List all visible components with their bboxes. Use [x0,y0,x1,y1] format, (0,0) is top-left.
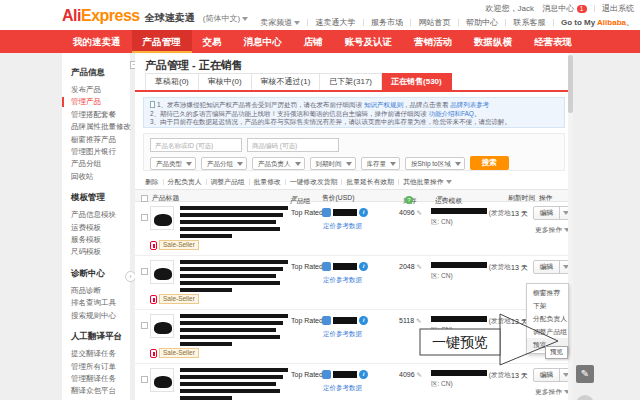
quicklink-help-center[interactable]: 帮助中心 [466,18,498,27]
bulk-edit[interactable]: 批量修改 [254,177,281,187]
info-icon[interactable]: i [359,316,368,325]
row-checkbox[interactable] [141,376,148,383]
sidebar-item-product-info-module[interactable]: 产品信息模块 [71,209,130,221]
sidebar-item-product-groups[interactable]: 产品分组 [71,158,130,170]
product-name-or-id-input[interactable] [150,138,242,152]
pricing-reference-link[interactable]: 定价参考数据 [323,276,362,285]
row-checkbox[interactable] [141,322,148,329]
tab-offline[interactable]: 已下架(317) [320,73,382,90]
bulk-other-actions[interactable]: 其他批量操作 [403,177,452,187]
nav-marketing[interactable]: 营销活动 [403,30,463,53]
product-thumbnail[interactable] [150,314,174,338]
tab-rejected[interactable]: 审核不通过(1) [252,73,321,90]
sidebar-item-manage-products[interactable]: 管理产品 [71,96,130,108]
sidebar-item-search-rules[interactable]: 搜索规则中心 [71,310,130,322]
bulk-delete[interactable]: 删除 [145,177,159,187]
info-icon[interactable]: i [359,370,368,379]
quicklink-service-market[interactable]: 服务市场 [371,18,403,27]
product-title-redacted[interactable] [180,314,290,349]
sidebar-item-crowd-translation[interactable]: 翻译众包平台 [71,385,130,397]
stock-dropdown[interactable]: 库存量 [361,157,401,170]
nav-data-analytics[interactable]: 数据纵横 [463,30,523,53]
sidebar-section-translation: 人工翻译平台 [71,331,130,343]
faq-link[interactable]: 功能介绍和FAQ [428,110,474,117]
nav-business-performance[interactable]: 经营表现 [523,30,583,53]
ship-to-region-dropdown[interactable]: 按Ship to区域 [405,157,465,170]
nav-product-management[interactable]: 产品管理 [132,30,192,53]
sidebar-item-showcase-products[interactable]: 橱窗推荐产品 [71,134,130,146]
logout-link[interactable]: 退出系统 [602,4,634,13]
sidebar-item-shipping-template[interactable]: 运费模板 [71,222,130,234]
quicklink-university[interactable]: 速卖通大学 [316,18,356,27]
aliexpress-logo[interactable]: AliExpress 全球速卖通 (简体中文) [62,7,248,25]
sidebar-item-product-diagnosis[interactable]: 商品诊断 [71,285,130,297]
product-owner-dropdown[interactable]: 产品负责人 [252,157,305,170]
nav-transactions[interactable]: 交易 [192,30,233,53]
pricing-reference-link[interactable]: 定价参考数据 [323,222,362,231]
product-group-dropdown[interactable]: 产品分组 [201,157,247,170]
quicklink-seller-channel[interactable]: 卖家频道 [260,18,300,27]
user-name-link[interactable]: Jack [518,4,534,13]
product-type-dropdown[interactable]: 产品类型 [150,157,196,170]
sidebar-item-manage-bundles[interactable]: 管理搭配套餐 [71,109,130,121]
menu-item-showcase[interactable]: 橱窗推荐 [527,286,568,299]
tab-drafts[interactable]: 草稿箱(0) [145,73,199,90]
nav-store[interactable]: 店铺 [293,30,334,53]
goto-my-alibaba-link[interactable]: Go to My Alibaba。 [561,18,634,27]
product-title-redacted[interactable] [180,260,290,295]
divider [285,179,286,185]
product-thumbnail[interactable] [150,368,174,392]
bulk-edit-shipping-time[interactable]: 一键修改发货期 [290,177,338,187]
select-all-checkbox[interactable] [141,195,148,202]
nav-my-aliexpress[interactable]: 我的速卖通 [62,30,132,53]
info-icon[interactable]: i [359,262,368,271]
sidebar-item-recycle-bin[interactable]: 回收站 [71,171,130,183]
close-button[interactable]: ✕ [576,395,594,400]
message-count-badge[interactable]: 1 [577,5,587,13]
nav-message-center[interactable]: 消息中心 [233,30,293,53]
bulk-adjust-group[interactable]: 调整产品组 [211,177,245,187]
edit-split-button[interactable]: 编辑 [533,206,571,220]
edit-pencil-icon[interactable]: ✎ [417,263,422,270]
bulk-extend-validity[interactable]: 批量延长有效期 [346,177,394,187]
sidebar-item-publish-product[interactable]: 发布产品 [71,84,130,96]
product-thumbnail[interactable] [150,206,174,230]
bulk-assign-owner[interactable]: 分配负责人 [168,177,202,187]
more-actions-link[interactable]: 更多操作 [535,225,570,235]
ip-rules-link[interactable]: 知识产权规则 [364,101,403,108]
search-button[interactable]: 搜索 [470,156,509,170]
expiry-time-dropdown[interactable]: 到期时间 [310,157,356,170]
brand-list-link[interactable]: 品牌列表参考 [450,101,489,108]
sidebar-item-image-bank[interactable]: 管理图片银行 [71,146,130,158]
sidebar-item-brand-attr-bulk-edit[interactable]: 品牌属性批量修改 [71,121,130,133]
edit-pencil-icon[interactable]: ✎ [417,209,422,216]
tab-in-review[interactable]: 审核中(0) [199,73,252,90]
info-icon[interactable]: i [359,208,368,217]
sidebar-item-submit-translation[interactable]: 提交翻译任务 [71,348,130,360]
pricing-reference-link[interactable]: 定价参考数据 [323,330,362,339]
chevron-down-icon [346,162,352,166]
product-title-redacted[interactable] [180,368,290,400]
product-title-redacted[interactable] [180,206,290,241]
row-checkbox[interactable] [141,214,148,221]
feedback-pencil-button[interactable]: ✎ [576,365,594,383]
quicklink-site-home[interactable]: 网站首页 [419,18,451,27]
product-code-input[interactable] [247,138,339,152]
filter-panel: 产品类型 产品分组 产品负责人 到期时间 库存量 按Ship to区域 搜索 [143,133,565,171]
tab-selling[interactable]: 正在销售(530) [382,73,452,90]
sidebar-item-manage-orders[interactable]: 管理所有订单 [71,361,130,373]
message-center-link[interactable]: 消息中心 [542,4,574,13]
more-actions-link[interactable]: 更多操作 [535,387,570,397]
quicklink-contact-support[interactable]: 联系客服 [513,18,545,27]
row-checkbox[interactable] [141,268,148,275]
sidebar-item-ranking-tool[interactable]: 排名查询工具 [71,297,130,309]
product-thumbnail[interactable] [150,260,174,284]
edit-split-button[interactable]: 编辑 [533,260,571,274]
pricing-reference-link[interactable]: 定价参考数据 [323,384,362,393]
nav-account-certification[interactable]: 账号及认证 [334,30,404,53]
sidebar-item-service-template[interactable]: 服务模板 [71,234,130,246]
scrollbar-thumb[interactable] [568,55,573,113]
sidebar-item-manage-translation[interactable]: 管理翻译任务 [71,373,130,385]
sidebar-item-size-template[interactable]: 尺码模板 [71,246,130,258]
language-selector[interactable]: (简体中文) [203,13,248,24]
